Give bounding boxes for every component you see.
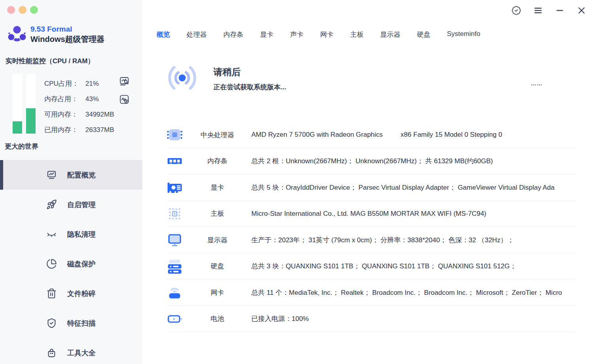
info-row-motherboard[interactable]: 主板 Micro-Star International Co., Ltd. MA…	[166, 201, 592, 227]
info-row-network[interactable]: 网卡 总共 11 个：MediaTek, Inc.； Realtek； Broa…	[166, 279, 592, 306]
sidebar-item-label: 配置概览	[67, 170, 96, 180]
row-label: 电池	[183, 314, 251, 323]
tab-network[interactable]: 网卡	[320, 30, 334, 39]
badge-check-icon[interactable]	[511, 5, 522, 16]
power-graph-icon[interactable]	[119, 94, 130, 105]
tab-overview[interactable]: 概览	[156, 30, 170, 39]
info-row-cpu[interactable]: 中央处理器 AMD Ryzen 7 5700G with Radeon Grap…	[166, 122, 592, 148]
tab-cpu[interactable]: 处理器	[187, 30, 207, 39]
row-label: 显卡	[183, 183, 251, 192]
row-label: 网卡	[183, 288, 251, 297]
info-row-gpu[interactable]: 显卡 总共 5 块：OrayIddDriver Device； Parsec V…	[166, 174, 592, 201]
sidebar-item-file-shred[interactable]: 文件粉碎	[0, 279, 142, 308]
tab-disk[interactable]: 硬盘	[417, 30, 430, 39]
cpu-icon	[166, 126, 183, 143]
row-value: 总共 11 个：MediaTek, Inc.； Realtek； Broadco…	[251, 288, 592, 297]
stat-cpu-value: 21%	[85, 80, 99, 88]
stat-used-mem-value: 26337MB	[85, 126, 114, 134]
info-row-disk[interactable]: 硬盘 总共 3 块：QUANXING S101 1TB； QUANXING S1…	[166, 253, 592, 280]
chart-monitor-icon	[46, 170, 57, 180]
sidebar-item-label: 磁盘保护	[67, 259, 96, 269]
trash-icon	[46, 288, 57, 299]
tab-memory[interactable]: 内存条	[223, 30, 243, 39]
sidebar-menu: 配置概览 自启管理	[0, 160, 142, 364]
performance-detail-icon[interactable]	[119, 76, 130, 87]
bag-icon	[46, 347, 57, 358]
sidebar-item-toolbox[interactable]: 工具大全	[0, 338, 142, 364]
sidebar-item-label: 文件粉碎	[67, 289, 96, 298]
minimize-icon[interactable]	[554, 5, 565, 16]
shield-check-icon	[46, 318, 57, 328]
sidebar-item-autostart[interactable]: 自启管理	[0, 190, 142, 219]
gpu-icon	[166, 179, 183, 196]
tab-mainboard[interactable]: 主板	[350, 30, 364, 39]
info-row-display[interactable]: 显示器 生产于：2023年； 31英寸 (79cm x 0cm)； 分辨率：38…	[166, 227, 592, 253]
ram-usage-bar	[26, 74, 36, 134]
sidebar-item-privacy-clean[interactable]: 隐私清理	[0, 219, 142, 249]
row-value: 已接入电源：100%	[251, 314, 592, 323]
sidebar-item-label: 自启管理	[67, 200, 96, 209]
row-value: 总共 5 块：OrayIddDriver Device； Parsec Virt…	[251, 183, 592, 192]
row-label: 显示器	[183, 236, 251, 245]
stat-ram: 内存占用： 43%	[44, 91, 114, 107]
app-name: Windows超级管理器	[30, 34, 105, 44]
app-version: 9.53 Formal	[30, 25, 105, 34]
sidebar-item-config-overview[interactable]: 配置概览	[0, 160, 142, 190]
main-content: 概览 处理器 内存条 显卡 声卡 网卡 主板 显示器 硬盘 Systeminfo…	[142, 0, 592, 364]
row-value: 总共 2 根：Unknown(2667MHz)； Unknown(2667MHz…	[251, 157, 592, 166]
stat-free-mem-value: 34992MB	[85, 111, 114, 119]
row-value: AMD Ryzen 7 5700G with Radeon Graphicsx8…	[251, 131, 592, 139]
disk-icon	[166, 258, 183, 275]
menu-icon[interactable]	[533, 5, 543, 16]
tab-display[interactable]: 显示器	[380, 30, 400, 39]
loading-subtitle: 正在尝试获取系统版本...	[213, 83, 286, 92]
stat-used-mem-label: 已用内存：	[44, 125, 82, 134]
sidebar-item-label: 工具大全	[67, 348, 96, 358]
battery-icon	[166, 310, 183, 328]
close-icon[interactable]	[576, 5, 587, 16]
monitor-icon	[166, 231, 183, 249]
rocket-icon	[46, 199, 57, 210]
app-logo-icon	[6, 24, 28, 45]
sidebar-item-label: 特征扫描	[67, 319, 96, 328]
pie-chart-icon	[46, 258, 57, 269]
network-icon	[166, 284, 183, 301]
traffic-lights	[7, 6, 38, 14]
row-label: 硬盘	[183, 262, 251, 271]
stat-used-mem: 已用内存： 26337MB	[44, 122, 114, 138]
stat-free-mem-label: 可用内存：	[44, 110, 82, 119]
ram-bar-fill	[26, 108, 36, 134]
performance-monitor-title: 实时性能监控（CPU / RAM）	[6, 57, 94, 66]
row-value: Micro-Star International Co., Ltd. MAG B…	[251, 210, 592, 218]
stat-ram-label: 内存占用：	[44, 94, 82, 104]
motherboard-icon	[166, 205, 183, 223]
window-controls	[511, 5, 587, 16]
app-window: 9.53 Formal Windows超级管理器 实时性能监控（CPU / RA…	[0, 0, 592, 364]
cpu-usage-bar	[13, 74, 22, 134]
info-row-battery[interactable]: 电池 已接入电源：100%	[166, 306, 592, 332]
category-tabs: 概览 处理器 内存条 显卡 声卡 网卡 主板 显示器 硬盘 Systeminfo	[156, 30, 480, 39]
tab-sound[interactable]: 声卡	[290, 30, 304, 39]
eye-closed-icon	[46, 229, 57, 240]
info-row-ram[interactable]: 内存条 总共 2 根：Unknown(2667MHz)； Unknown(266…	[166, 148, 592, 175]
loading-section: 请稍后 正在尝试获取系统版本...	[165, 60, 286, 95]
row-label: 内存条	[183, 157, 251, 166]
row-label: 主板	[183, 209, 251, 218]
sidebar: 9.53 Formal Windows超级管理器 实时性能监控（CPU / RA…	[0, 0, 142, 364]
sidebar-item-label: 隐私清理	[67, 230, 96, 239]
minimize-dot-icon[interactable]	[19, 6, 26, 14]
maximize-dot-icon[interactable]	[30, 6, 38, 14]
sidebar-item-feature-scan[interactable]: 特征扫描	[0, 308, 142, 338]
tab-systeminfo[interactable]: Systeminfo	[447, 30, 480, 39]
stat-cpu: CPU占用： 21%	[44, 76, 114, 91]
sidebar-item-disk-protect[interactable]: 磁盘保护	[0, 249, 142, 279]
hardware-info-list: 中央处理器 AMD Ryzen 7 5700G with Radeon Grap…	[166, 122, 592, 332]
stat-free-mem: 可用内存： 34992MB	[44, 107, 114, 122]
tab-gpu[interactable]: 显卡	[260, 30, 273, 39]
loading-title: 请稍后	[213, 66, 286, 78]
row-value: 总共 3 块：QUANXING S101 1TB； QUANXING S101 …	[251, 262, 592, 271]
loading-ellipsis: ……	[531, 80, 543, 87]
close-dot-icon[interactable]	[7, 6, 15, 14]
row-label: 中央处理器	[183, 130, 251, 140]
ram-icon	[166, 153, 183, 170]
